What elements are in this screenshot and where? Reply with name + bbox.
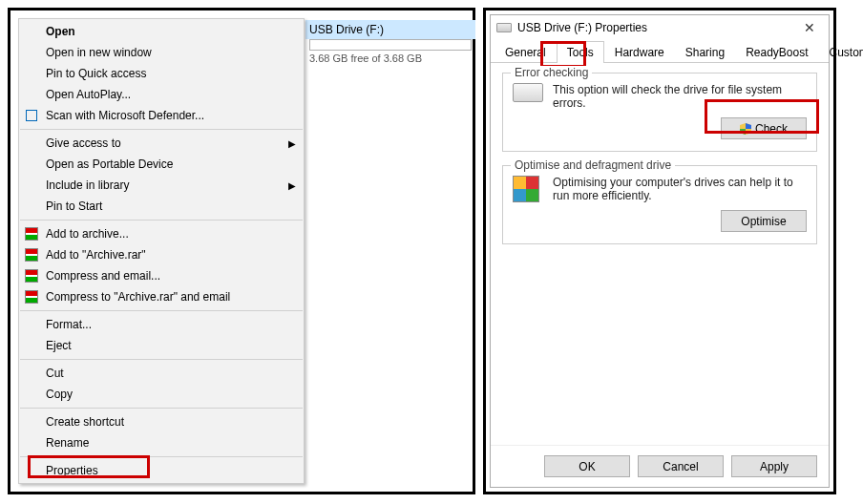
context-menu-item[interactable]: Give access to▶	[19, 133, 304, 154]
context-menu-item[interactable]: Pin to Start	[19, 196, 304, 217]
winrar-icon	[24, 226, 39, 242]
context-menu-item-label: Pin to Start	[46, 200, 102, 213]
shield-icon	[740, 123, 751, 135]
optimise-text: Optimising your computer's drives can he…	[553, 176, 807, 202]
context-menu-separator	[20, 220, 303, 220]
optimise-button[interactable]: Optimise	[721, 210, 807, 232]
context-menu-item-label: Pin to Quick access	[46, 67, 146, 80]
context-menu-item-label: Cut	[46, 367, 64, 380]
tab-general[interactable]: General	[495, 41, 557, 63]
drive-entry[interactable]: USB Drive (F:) 3.68 GB free of 3.68 GB	[305, 20, 475, 66]
context-menu-item-label: Open	[46, 25, 75, 38]
context-menu-item[interactable]: Properties	[19, 460, 304, 481]
dialog-title: USB Drive (F:) Properties	[517, 21, 647, 34]
drive-capacity-bar	[309, 39, 472, 51]
optimise-title: Optimise and defragment drive	[511, 158, 675, 172]
ok-button[interactable]: OK	[544, 455, 630, 477]
context-menu-item[interactable]: Pin to Quick access	[19, 63, 304, 84]
chevron-right-icon: ▶	[288, 138, 296, 149]
context-menu-item-label: Eject	[46, 339, 72, 352]
context-menu-item[interactable]: Create shortcut	[19, 411, 304, 432]
drive-icon	[496, 23, 512, 32]
winrar-icon	[24, 268, 39, 284]
context-menu-item-label: Scan with Microsoft Defender...	[46, 109, 204, 122]
context-menu-separator	[20, 456, 303, 457]
cancel-button[interactable]: Cancel	[638, 455, 724, 477]
winrar-icon	[24, 247, 39, 262]
context-menu-item-label: Give access to	[46, 136, 121, 150]
winrar-icon	[24, 289, 39, 304]
context-menu-item[interactable]: Compress and email...	[19, 265, 304, 286]
context-menu-item-label: Compress and email...	[46, 269, 160, 283]
context-menu-item[interactable]: Format...	[19, 314, 304, 335]
context-menu-separator	[20, 408, 303, 409]
context-menu-item-label: Rename	[46, 436, 89, 450]
context-menu-item[interactable]: Rename	[19, 432, 304, 453]
context-menu-separator	[20, 310, 303, 311]
tab-readyboost[interactable]: ReadyBoost	[735, 41, 818, 63]
properties-panel: USB Drive (F:) Properties ✕ GeneralTools…	[483, 8, 836, 494]
defrag-icon	[513, 176, 539, 202]
context-menu-item-label: Open AutoPlay...	[46, 88, 131, 101]
context-menu-item[interactable]: Cut	[19, 363, 304, 384]
context-menu-item[interactable]: Open	[19, 21, 304, 42]
check-button-label: Check	[755, 122, 788, 136]
properties-dialog: USB Drive (F:) Properties ✕ GeneralTools…	[490, 14, 830, 488]
optimise-button-label: Optimise	[741, 215, 786, 228]
defender-icon	[24, 108, 39, 123]
context-menu-item[interactable]: Eject	[19, 335, 304, 356]
error-checking-group: Error checking This option will check th…	[502, 73, 817, 152]
context-menu-item[interactable]: Open in new window	[19, 42, 304, 63]
context-menu-item-label: Create shortcut	[46, 415, 124, 429]
drive-free-text: 3.68 GB free of 3.68 GB	[305, 51, 475, 66]
context-menu-item-label: Format...	[46, 318, 92, 331]
apply-button[interactable]: Apply	[731, 455, 817, 477]
error-checking-text: This option will check the drive for fil…	[553, 83, 807, 110]
tab-sharing[interactable]: Sharing	[675, 41, 735, 63]
dialog-titlebar: USB Drive (F:) Properties ✕	[491, 15, 829, 40]
context-menu-item-label: Include in library	[46, 178, 129, 192]
dialog-tabs: GeneralToolsHardwareSharingReadyBoostCus…	[491, 40, 829, 63]
close-icon[interactable]: ✕	[796, 20, 823, 35]
tab-customise[interactable]: Customise	[819, 41, 864, 63]
context-menu-item-label: Compress to "Archive.rar" and email	[46, 290, 230, 304]
optimise-group: Optimise and defragment drive Optimising…	[502, 165, 817, 244]
context-menu-item-label: Add to archive...	[46, 227, 129, 241]
dialog-body: Error checking This option will check th…	[491, 63, 829, 445]
check-button[interactable]: Check	[721, 117, 807, 139]
tab-tools[interactable]: Tools	[557, 41, 604, 63]
chevron-right-icon: ▶	[288, 180, 296, 191]
context-menu-item-label: Copy	[46, 388, 73, 401]
dialog-footer: OK Cancel Apply	[491, 445, 829, 487]
context-menu-item[interactable]: Add to archive...	[19, 223, 304, 244]
error-checking-title: Error checking	[511, 66, 592, 79]
context-menu-item[interactable]: Open AutoPlay...	[19, 84, 304, 105]
explorer-panel: USB Drive (F:) 3.68 GB free of 3.68 GB O…	[8, 8, 475, 494]
context-menu-item[interactable]: Compress to "Archive.rar" and email	[19, 286, 304, 307]
drive-label: USB Drive (F:)	[309, 23, 384, 36]
context-menu-item[interactable]: Scan with Microsoft Defender...	[19, 105, 304, 126]
context-menu-item-label: Open as Portable Device	[46, 158, 173, 171]
context-menu-separator	[20, 129, 303, 130]
drive-glyph-icon	[513, 83, 543, 102]
context-menu: OpenOpen in new windowPin to Quick acces…	[18, 18, 305, 484]
context-menu-item[interactable]: Add to "Archive.rar"	[19, 244, 304, 265]
context-menu-item[interactable]: Open as Portable Device	[19, 154, 304, 175]
context-menu-separator	[20, 359, 303, 360]
context-menu-item-label: Open in new window	[46, 46, 152, 59]
context-menu-item[interactable]: Copy	[19, 384, 304, 405]
context-menu-item-label: Add to "Archive.rar"	[46, 248, 146, 262]
tab-hardware[interactable]: Hardware	[604, 41, 675, 63]
context-menu-item-label: Properties	[46, 464, 98, 477]
context-menu-item[interactable]: Include in library▶	[19, 175, 304, 196]
